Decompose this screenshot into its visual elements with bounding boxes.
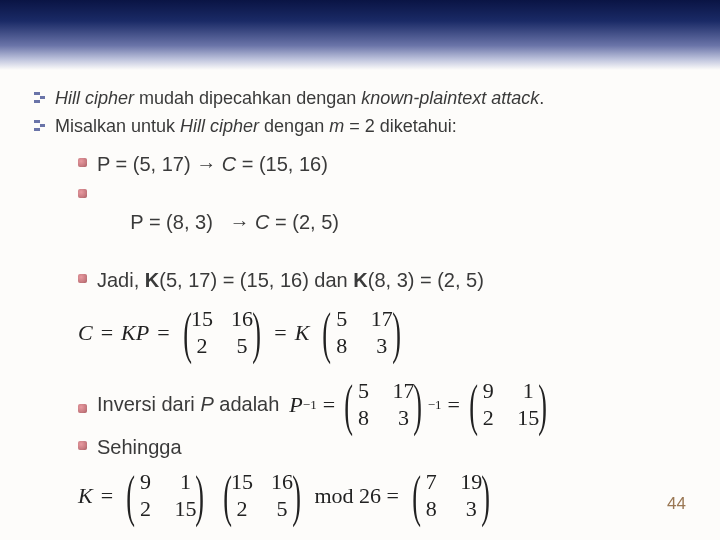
superscript: −1 bbox=[428, 396, 442, 414]
item-sehingga: Sehingga bbox=[78, 434, 694, 461]
text: dengan bbox=[259, 116, 329, 136]
item-p2: P = (8, 3) → C = (2, 5) bbox=[78, 182, 694, 263]
cell: 7 bbox=[420, 469, 442, 495]
matrix-p: ( 517 83 ) bbox=[317, 304, 406, 362]
item-inverse: Inversi dari P adalah P−1 = ( 517 83 ) −… bbox=[78, 376, 694, 434]
cell: 5 bbox=[271, 496, 293, 522]
cell: 5 bbox=[231, 333, 253, 359]
item-p1: P = (5, 17) → C = (15, 16) bbox=[78, 151, 694, 178]
cell: 3 bbox=[392, 405, 414, 431]
cell: 15 bbox=[174, 496, 196, 522]
text: C bbox=[222, 153, 236, 175]
var-k: K bbox=[295, 320, 310, 346]
cell: 2 bbox=[477, 405, 499, 431]
cell: 3 bbox=[371, 333, 393, 359]
var-kp: KP bbox=[121, 320, 149, 346]
text: = bbox=[101, 320, 113, 346]
equation-k: K = ( 91 215 ) ( 1516 25 ) mod 26 = ( 71… bbox=[78, 467, 694, 525]
cell: 15 bbox=[191, 306, 213, 332]
cell: 8 bbox=[352, 405, 374, 431]
text: m bbox=[329, 116, 344, 136]
cell: 5 bbox=[352, 378, 374, 404]
bullet-icon bbox=[34, 120, 45, 131]
text: adalah bbox=[214, 393, 280, 415]
text: P = (5, 17) → bbox=[97, 153, 222, 175]
cell: 1 bbox=[517, 378, 539, 404]
text: Hill cipher bbox=[55, 88, 134, 108]
matrix-k: ( 719 83 ) bbox=[407, 467, 496, 525]
text: C bbox=[255, 211, 269, 233]
text: mod 26 = bbox=[314, 483, 399, 509]
sub-bullet-icon bbox=[78, 189, 87, 198]
var-k: K bbox=[78, 483, 93, 509]
cell: 9 bbox=[477, 378, 499, 404]
cell: 8 bbox=[331, 333, 353, 359]
text: K bbox=[145, 269, 159, 291]
text: P = (8, 3) → bbox=[130, 211, 255, 233]
text: Jadi, bbox=[97, 269, 145, 291]
cell: 17 bbox=[371, 306, 393, 332]
var-p: P bbox=[289, 390, 302, 420]
cell: 2 bbox=[134, 496, 156, 522]
cell: 2 bbox=[231, 496, 253, 522]
intro-line-2: Misalkan untuk Hill cipher dengan m = 2 … bbox=[34, 114, 694, 138]
matrix-pinv: ( 91 215 ) bbox=[121, 467, 210, 525]
text: K bbox=[353, 269, 367, 291]
text: (8, 3) = (2, 5) bbox=[368, 269, 484, 291]
matrix-c: ( 1516 25 ) bbox=[178, 304, 267, 362]
cell: 1 bbox=[174, 469, 196, 495]
equation-pinv: P−1 = ( 517 83 ) −1 = ( 91 215 bbox=[289, 376, 552, 434]
text: = bbox=[157, 320, 169, 346]
cell: 15 bbox=[517, 405, 539, 431]
equation-ckp: C = KP = ( 1516 25 ) = K ( 517 83 ) bbox=[78, 304, 694, 362]
cell: 9 bbox=[134, 469, 156, 495]
text: P bbox=[200, 393, 213, 415]
item-p3: Jadi, K(5, 17) = (15, 16) dan K(8, 3) = … bbox=[78, 267, 694, 294]
text: = bbox=[101, 483, 113, 509]
page-number: 44 bbox=[667, 494, 686, 514]
sub-bullet-icon bbox=[78, 441, 87, 450]
bullet-icon bbox=[34, 92, 45, 103]
sub-bullet-icon bbox=[78, 274, 87, 283]
text: known-plaintext attack bbox=[361, 88, 539, 108]
cell: 2 bbox=[191, 333, 213, 359]
text: = (15, 16) bbox=[236, 153, 328, 175]
text: Misalkan untuk bbox=[55, 116, 180, 136]
cell: 16 bbox=[231, 306, 253, 332]
cell: 15 bbox=[231, 469, 253, 495]
text: mudah dipecahkan dengan bbox=[134, 88, 361, 108]
var-c: C bbox=[78, 320, 93, 346]
intro-line-1: Hill cipher mudah dipecahkan dengan know… bbox=[34, 86, 694, 110]
cell: 5 bbox=[331, 306, 353, 332]
text: = (2, 5) bbox=[269, 211, 338, 233]
cell: 17 bbox=[392, 378, 414, 404]
text: = bbox=[274, 320, 286, 346]
text: (5, 17) = (15, 16) dan bbox=[159, 269, 353, 291]
matrix-c: ( 1516 25 ) bbox=[218, 467, 307, 525]
text: Hill cipher bbox=[180, 116, 259, 136]
slide-content: Hill cipher mudah dipecahkan dengan know… bbox=[34, 86, 694, 539]
cell: 3 bbox=[460, 496, 482, 522]
cell: 19 bbox=[460, 469, 482, 495]
text: . bbox=[539, 88, 544, 108]
cell: 16 bbox=[271, 469, 293, 495]
superscript: −1 bbox=[303, 396, 317, 414]
text: Inversi dari bbox=[97, 393, 200, 415]
sub-bullet-icon bbox=[78, 158, 87, 167]
text: = 2 diketahui: bbox=[344, 116, 457, 136]
text: Sehingga bbox=[97, 434, 182, 461]
header-gradient bbox=[0, 0, 720, 70]
cell: 8 bbox=[420, 496, 442, 522]
sub-bullet-icon bbox=[78, 404, 87, 413]
